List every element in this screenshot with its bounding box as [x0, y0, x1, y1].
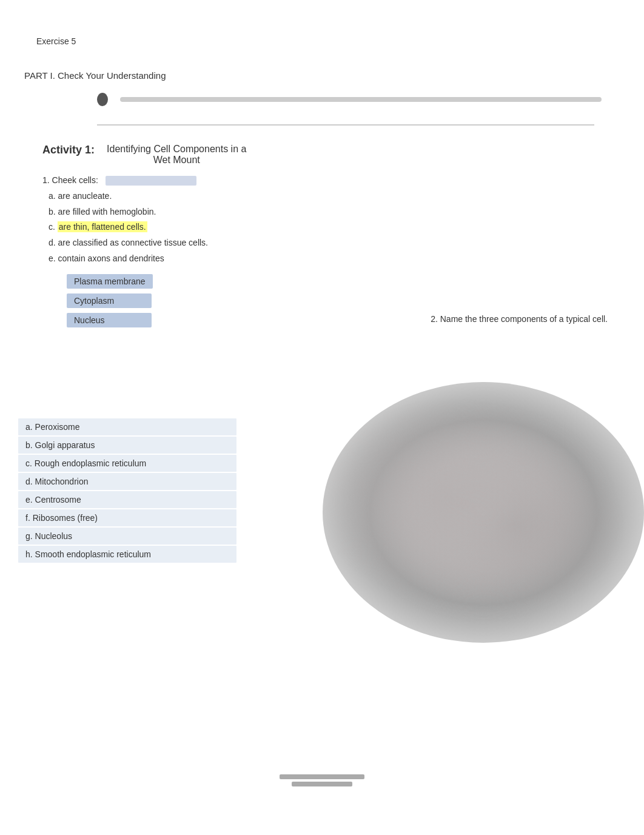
question-1: 1. Cheek cells: a. are anucleate. b. are…	[42, 175, 620, 264]
cell-image-area	[323, 382, 644, 643]
choices-list: a. are anucleate. b. are filled with hem…	[49, 190, 620, 264]
choice-a: a. are anucleate.	[49, 190, 620, 203]
progress-dot	[97, 93, 108, 106]
choice-c: c. are thin, flattened cells.	[49, 221, 620, 233]
activity-title-line2: Wet Mount	[153, 155, 200, 166]
footer-area	[280, 774, 364, 786]
progress-area	[24, 93, 620, 106]
activity-title-line1: Identifying Cell Components in a	[107, 144, 246, 155]
choice-e: e. contain axons and dendrites	[49, 253, 620, 265]
progress-bar	[120, 97, 602, 102]
footer-bar-short	[292, 782, 352, 786]
part-title: PART I. Check Your Understanding	[24, 70, 620, 81]
question-2-text: 2. Name the three components of a typica…	[431, 314, 608, 324]
activity-header: Activity 1: Identifying Cell Components …	[42, 144, 620, 166]
choice-b: b. are filled with hemoglobin.	[49, 206, 620, 218]
page: Exercise 5 PART I. Check Your Understand…	[0, 0, 644, 835]
answer-item-cytoplasm: Cytoplasm	[67, 293, 152, 308]
highlighted-choice: are thin, flattened cells.	[58, 221, 147, 232]
choice-d: d. are classified as connective tissue c…	[49, 237, 620, 249]
divider-line	[97, 124, 594, 126]
activity-section: Activity 1: Identifying Cell Components …	[42, 144, 620, 332]
organelle-g: g. Nucleolus	[18, 528, 236, 545]
footer-bar-long	[280, 774, 364, 779]
cell-image-inner	[323, 382, 644, 643]
answer-blank-1[interactable]	[106, 176, 196, 186]
question-1-text: 1. Cheek cells:	[42, 175, 620, 186]
activity-label: Activity 1:	[42, 144, 95, 156]
organelle-a: a. Peroxisome	[18, 418, 236, 435]
organelle-d: d. Mitochondrion	[18, 473, 236, 490]
organelle-f: f. Ribosomes (free)	[18, 509, 236, 526]
organelle-b: b. Golgi apparatus	[18, 437, 236, 454]
activity-title-block: Identifying Cell Components in a Wet Mou…	[107, 144, 246, 166]
organelle-h: h. Smooth endoplasmic reticulum	[18, 546, 236, 563]
organelle-c: c. Rough endoplasmic reticulum	[18, 455, 236, 472]
organelle-e: e. Centrosome	[18, 491, 236, 508]
answer-item-plasma-membrane: Plasma membrane	[67, 274, 153, 289]
answer-item-nucleus: Nucleus	[67, 313, 152, 327]
question-2-area: 2. Name the three components of a typica…	[431, 314, 608, 324]
exercise-title: Exercise 5	[36, 36, 620, 46]
organelles-section: a. Peroxisome b. Golgi apparatus c. Roug…	[18, 418, 236, 564]
